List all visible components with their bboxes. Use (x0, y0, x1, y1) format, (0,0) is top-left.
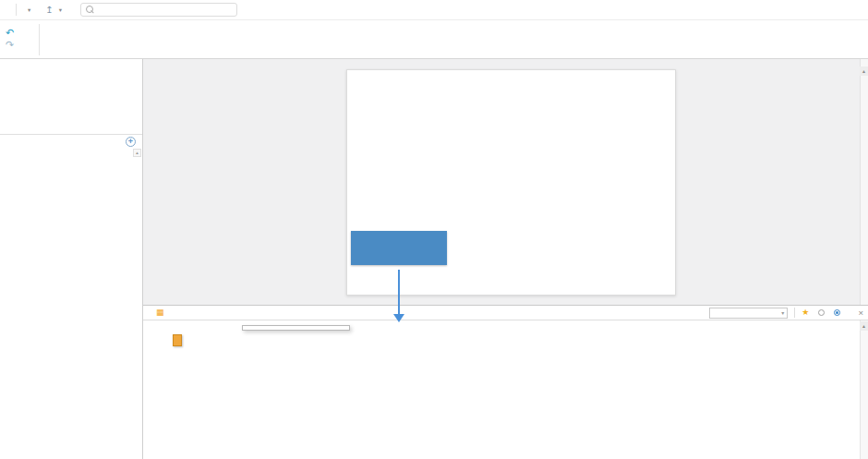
redo-button[interactable]: ↷ (6, 40, 14, 52)
displayr-app: ▾ ↥ ▾ ↶ ↷ (0, 0, 868, 459)
undo-button[interactable]: ↶ (6, 28, 14, 40)
canvas-scrollbar[interactable]: ▲ (860, 59, 868, 305)
datasets-panel: + ▲ (0, 135, 142, 148)
radio-circle-icon (818, 309, 825, 316)
divider (39, 24, 40, 55)
scroll-up-icon[interactable]: ▲ (860, 321, 868, 331)
search-input[interactable] (99, 6, 232, 15)
annotation-arrow-line (398, 270, 400, 314)
divider (794, 308, 795, 318)
chevron-down-icon: ▾ (781, 309, 784, 316)
star-icon: ★ (802, 308, 809, 317)
publish-button[interactable]: ↥ ▾ (45, 5, 62, 15)
variable-label-tooltip (173, 334, 182, 346)
labels-radio[interactable] (818, 309, 827, 316)
divider (16, 4, 17, 16)
search-box[interactable] (80, 3, 237, 17)
values-radio[interactable] (834, 309, 843, 316)
toolbar-ribbon: ↶ ↷ (0, 20, 868, 59)
annotation-arrow-head (393, 314, 404, 322)
pages-panel (0, 59, 142, 135)
data-grid (143, 320, 860, 459)
pages-panel-title (0, 59, 142, 72)
sidebar: + ▲ (0, 59, 143, 459)
datasets-panel-title: + (0, 135, 142, 148)
document-title-menu[interactable]: ▾ (25, 6, 30, 14)
new-variable-button[interactable]: ★ (802, 308, 812, 317)
add-dataset-button[interactable]: + (126, 137, 136, 147)
scroll-up-icon[interactable]: ▲ (860, 66, 868, 76)
data-editor-header: ▦ ▾ ★ × (143, 306, 868, 320)
publish-icon: ↥ (45, 5, 53, 15)
grid-scrollbar[interactable]: ▲ (860, 320, 868, 459)
top-bar: ▾ ↥ ▾ (0, 0, 868, 20)
context-menu (242, 325, 350, 331)
scroll-up-button[interactable]: ▲ (133, 149, 141, 157)
filter-dropdown[interactable]: ▾ (709, 308, 788, 319)
chevron-down-icon: ▾ (59, 6, 62, 14)
close-icon[interactable]: × (858, 308, 863, 318)
chevron-down-icon: ▾ (28, 6, 30, 14)
radio-circle-selected-icon (834, 309, 840, 316)
search-icon (86, 6, 94, 14)
inserted-variable-callout[interactable] (351, 231, 447, 265)
dataset-file-icon: ▦ (156, 308, 164, 317)
page-canvas: ▲ (143, 59, 868, 305)
